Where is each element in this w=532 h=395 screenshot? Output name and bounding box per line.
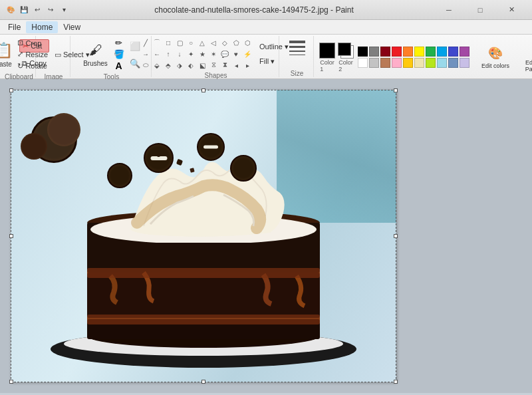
shape-arrow-l[interactable]: ← bbox=[152, 49, 162, 59]
fill-tool-button[interactable]: 🪣 bbox=[112, 49, 126, 60]
shape-arrow-u[interactable]: ↑ bbox=[163, 49, 174, 59]
shape-ellipse[interactable]: ○ bbox=[186, 37, 196, 48]
resize-label: Resize bbox=[25, 51, 48, 59]
shape-nav-next[interactable]: ▸ bbox=[242, 60, 253, 70]
color1-label: Color1 bbox=[320, 59, 334, 72]
shape-lightning[interactable]: ⚡ bbox=[242, 49, 253, 59]
rotate-button[interactable]: ↻ Rotate bbox=[15, 61, 51, 72]
edit-colors-button[interactable]: 🎨 Edit colors bbox=[478, 40, 513, 74]
shape-rect[interactable]: □ bbox=[163, 37, 174, 48]
palette-color-3[interactable] bbox=[392, 47, 402, 57]
palette-color-0[interactable] bbox=[358, 47, 368, 57]
shape-misc1[interactable]: ⬭ bbox=[140, 60, 151, 70]
palette-color-6[interactable] bbox=[426, 47, 436, 57]
shape-star6[interactable]: ✶ bbox=[208, 49, 219, 59]
svg-rect-2 bbox=[289, 51, 305, 52]
minimize-button[interactable]: ─ bbox=[434, 0, 464, 20]
palette-color-9[interactable] bbox=[460, 47, 469, 57]
shape-curve[interactable]: ⌒ bbox=[152, 37, 162, 48]
palette-color-15[interactable] bbox=[414, 58, 424, 68]
shapes-label: Shapes bbox=[205, 70, 227, 79]
ribbon: 📋 Paste ✂ Cut ⧉ Copy Clipboard bbox=[0, 35, 532, 79]
crop-button[interactable]: ⊡ Crop bbox=[15, 37, 51, 49]
edit-paint3d-button[interactable]: ✦ Edit with Paint 3D bbox=[519, 40, 532, 74]
shape-misc6[interactable]: ⬕ bbox=[197, 60, 207, 70]
dropdown-icon[interactable]: ▾ bbox=[59, 5, 69, 15]
shape-misc4[interactable]: ⬗ bbox=[174, 60, 185, 70]
shape-misc3[interactable]: ⬘ bbox=[163, 60, 174, 70]
palette-color-12[interactable] bbox=[380, 58, 390, 68]
save-icon[interactable]: 💾 bbox=[19, 5, 29, 15]
shape-misc5[interactable]: ⬖ bbox=[186, 60, 196, 70]
close-button[interactable]: ✕ bbox=[496, 0, 527, 20]
shape-misc2[interactable]: ⬙ bbox=[152, 60, 162, 70]
color-squares: Color1 Color2 bbox=[319, 43, 354, 72]
edit-colors-label: Edit colors bbox=[481, 63, 509, 69]
svg-rect-15 bbox=[87, 315, 320, 325]
palette-color-19[interactable] bbox=[460, 58, 469, 68]
rotate-icon: ↻ bbox=[17, 62, 23, 70]
top-oreo-3 bbox=[107, 163, 132, 188]
shape-rtriangle[interactable]: ◁ bbox=[208, 37, 219, 48]
palette-color-8[interactable] bbox=[448, 47, 458, 57]
paste-icon: 📋 bbox=[0, 42, 13, 59]
palette-color-17[interactable] bbox=[437, 58, 447, 68]
svg-rect-12 bbox=[87, 273, 320, 318]
menu-view[interactable]: View bbox=[58, 21, 86, 33]
tools-col: ✏ 🪣 A bbox=[112, 37, 126, 72]
palette-color-13[interactable] bbox=[392, 58, 402, 68]
menu-bar: File Home View bbox=[0, 20, 532, 35]
color1-swatch[interactable] bbox=[319, 43, 335, 59]
quick-access-toolbar: 🎨 💾 ↩ ↪ ▾ bbox=[5, 5, 69, 15]
menu-file[interactable]: File bbox=[3, 21, 26, 33]
palette-color-2[interactable] bbox=[380, 47, 390, 57]
palette-color-14[interactable] bbox=[403, 58, 413, 68]
shape-misc8[interactable]: ⧗ bbox=[219, 60, 230, 70]
shape-roundrect[interactable]: ▢ bbox=[174, 37, 185, 48]
shape-star4[interactable]: ✦ bbox=[186, 49, 196, 59]
paste-label: Paste bbox=[0, 61, 12, 68]
svg-rect-3 bbox=[289, 55, 305, 55]
ribbon-group-image: ⊡ Crop ⤢ Resize ↻ Rotate ▭ Selec bbox=[37, 36, 70, 77]
palette-color-1[interactable] bbox=[369, 47, 379, 57]
brushes-button[interactable]: 🖌 Brushes bbox=[81, 37, 110, 72]
palette-color-5[interactable] bbox=[414, 47, 424, 57]
palette-color-10[interactable] bbox=[358, 58, 368, 68]
shape-hexagon[interactable]: ⬡ bbox=[242, 37, 253, 48]
palette-color-18[interactable] bbox=[448, 58, 458, 68]
palette-color-4[interactable] bbox=[403, 47, 413, 57]
shape-callout[interactable]: 💬 bbox=[219, 49, 230, 59]
shape-misc7[interactable]: ⧖ bbox=[208, 60, 219, 70]
redo-icon[interactable]: ↪ bbox=[45, 5, 56, 15]
palette-color-16[interactable] bbox=[426, 58, 436, 68]
top-oreo-1 bbox=[144, 143, 174, 173]
shape-heart[interactable]: ♥ bbox=[231, 49, 241, 59]
shapes-grid: ╱ ⌒ □ ▢ ○ △ ◁ ◇ ⬠ ⬡ → ← ↑ ↓ ✦ ★ ✶ bbox=[140, 37, 253, 70]
paint-canvas[interactable] bbox=[11, 90, 396, 382]
maximize-button[interactable]: □ bbox=[465, 0, 495, 20]
ribbon-group-tools: 🖌 Brushes ✏ 🪣 A ⬜ 🔍 Tools bbox=[72, 36, 152, 77]
shape-arrow-r[interactable]: → bbox=[140, 49, 151, 59]
menu-home[interactable]: Home bbox=[26, 21, 58, 33]
resize-button[interactable]: ⤢ Resize bbox=[15, 49, 51, 60]
text-button[interactable]: A bbox=[112, 61, 126, 72]
paint3d-action-buttons: ✦ Edit with Paint 3D bbox=[519, 40, 532, 74]
shape-star5[interactable]: ★ bbox=[197, 49, 207, 59]
pencil-button[interactable]: ✏ bbox=[112, 37, 126, 49]
oreo-3 bbox=[21, 133, 47, 160]
color2-label: Color2 bbox=[338, 59, 353, 72]
palette-color-7[interactable] bbox=[437, 47, 447, 57]
palette-color-11[interactable] bbox=[369, 58, 379, 68]
shape-triangle[interactable]: △ bbox=[197, 37, 207, 48]
tools-buttons: 🖌 Brushes ✏ 🪣 A ⬜ 🔍 bbox=[81, 37, 142, 72]
undo-icon[interactable]: ↩ bbox=[32, 5, 43, 15]
shape-nav-prev[interactable]: ◂ bbox=[231, 60, 241, 70]
top-oreo-2 bbox=[197, 133, 225, 161]
shape-arrow-d[interactable]: ↓ bbox=[174, 49, 185, 59]
shape-pentagon[interactable]: ⬠ bbox=[231, 37, 241, 48]
canvas-area bbox=[0, 79, 532, 393]
window-title: chocolate-and-nutella-smores-cake-149475… bbox=[74, 5, 434, 15]
shape-line[interactable]: ╱ bbox=[140, 37, 151, 48]
size-icon bbox=[287, 39, 307, 59]
shape-diamond[interactable]: ◇ bbox=[219, 37, 230, 48]
